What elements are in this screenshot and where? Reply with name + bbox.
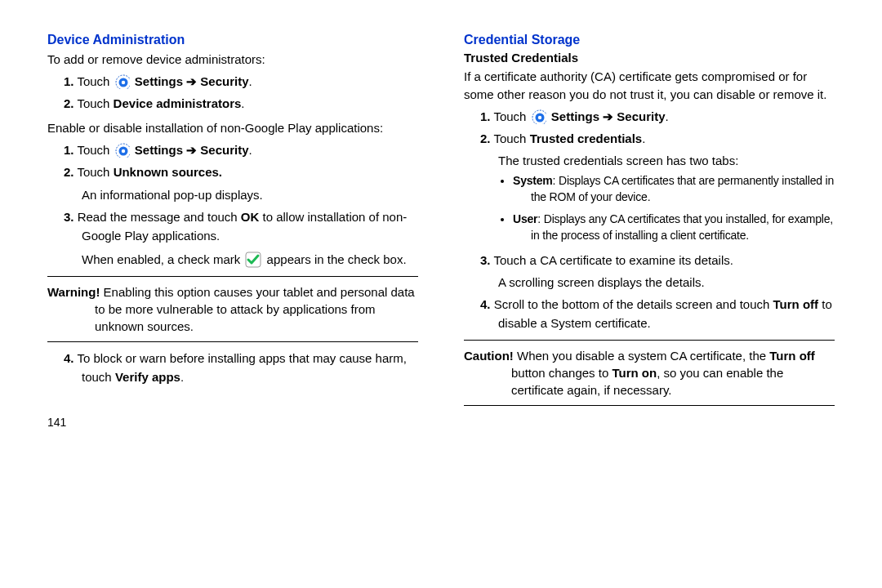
warning-label: Warning!: [47, 285, 100, 299]
intro-text: To add or remove device administrators:: [47, 51, 418, 69]
step-text: Touch: [77, 143, 113, 157]
steps-list-right: 1. Touch Settings ➔ Security. 2. Touch T…: [464, 107, 835, 333]
user-tab-desc: : Displays any CA certificates that you …: [531, 212, 833, 242]
section-heading: Credential Storage: [464, 33, 835, 47]
security-label: Security: [200, 74, 248, 88]
steps-list-a: 1. Touch Settings ➔ Security. 2. Touch D…: [47, 72, 418, 114]
turnoff-label: Turn off: [773, 297, 819, 311]
trusted-cred-label: Trusted credentials: [530, 131, 643, 145]
arrow-icon: ➔: [186, 143, 200, 157]
settings-label: Settings: [135, 143, 183, 157]
left-column: Device Administration To add or remove d…: [24, 33, 441, 572]
gear-icon: [115, 143, 130, 158]
list-item: 2. Touch Unknown sources. An information…: [64, 163, 418, 204]
list-item: User: Displays any CA certificates that …: [513, 212, 835, 243]
step-text: Touch: [77, 74, 113, 88]
step-continuation: When enabled, a check mark appears in th…: [82, 250, 418, 269]
enable-intro: Enable or disable installation of non-Go…: [47, 119, 418, 137]
checkmark-icon: [245, 252, 261, 268]
caution-text: When you disable a system CA certificate…: [514, 349, 769, 363]
user-tab-label: User: [513, 212, 537, 225]
settings-label: Settings: [551, 109, 599, 123]
verify-apps-label: Verify apps: [115, 370, 180, 384]
intro-text: If a certificate authority (CA) certific…: [464, 68, 835, 104]
section-heading: Device Administration: [47, 33, 418, 47]
gear-icon: [115, 74, 130, 89]
list-item: 2. Touch Trusted credentials. The truste…: [480, 129, 835, 244]
step-text: Touch a CA certificate to examine its de…: [493, 253, 733, 267]
list-item: 1. Touch Settings ➔ Security.: [64, 140, 418, 159]
step-continuation: The trusted credentials screen has two t…: [498, 151, 835, 170]
manual-page: Device Administration To add or remove d…: [0, 0, 882, 588]
security-label: Security: [200, 143, 248, 157]
step-text: Touch: [493, 131, 529, 145]
arrow-icon: ➔: [603, 109, 617, 123]
caution-callout: Caution! When you disable a system CA ce…: [464, 347, 835, 399]
turnoff-label: Turn off: [769, 349, 815, 363]
warning-callout: Warning! Enabling this option causes you…: [47, 283, 418, 335]
divider: [47, 276, 418, 277]
list-item: System: Displays CA certificates that ar…: [513, 173, 835, 205]
list-item: 3. Read the message and touch OK to allo…: [64, 207, 418, 270]
ok-label: OK: [241, 210, 260, 224]
security-label: Security: [617, 109, 665, 123]
sub-heading: Trusted Credentials: [464, 51, 835, 65]
step-text: Read the message and touch: [78, 210, 241, 224]
step-continuation: An informational pop-up displays.: [82, 185, 418, 204]
unknown-sources-label: Unknown sources.: [114, 165, 222, 179]
arrow-icon: ➔: [186, 74, 200, 88]
step-text: Touch: [77, 165, 113, 179]
list-item: 4. Scroll to the bottom of the details s…: [480, 295, 835, 333]
turnon-label: Turn on: [612, 366, 657, 380]
list-item: 1. Touch Settings ➔ Security.: [64, 72, 418, 91]
list-item: 2. Touch Device administrators.: [64, 94, 418, 113]
divider: [464, 405, 835, 406]
divider: [464, 340, 835, 341]
divider: [47, 341, 418, 342]
page-number: 141: [47, 416, 418, 429]
list-item: 3. Touch a CA certificate to examine its…: [480, 251, 835, 292]
settings-label: Settings: [135, 74, 183, 88]
step-text: When enabled, a check mark: [82, 252, 243, 266]
step-text: Scroll to the bottom of the details scre…: [494, 297, 773, 311]
warning-body: Enabling this option causes your tablet …: [95, 285, 415, 333]
steps-list-b: 1. Touch Settings ➔ Security. 2. Touch U…: [47, 140, 418, 270]
step-text: appears in the check box.: [263, 252, 406, 266]
tabs-bullet-list: System: Displays CA certificates that ar…: [498, 173, 835, 243]
list-item: 1. Touch Settings ➔ Security.: [480, 107, 835, 126]
step-text: Touch: [493, 109, 529, 123]
steps-list-b-cont: 4. To block or warn before installing ap…: [47, 349, 418, 387]
device-admin-label: Device administrators: [114, 96, 242, 110]
step-continuation: A scrolling screen displays the details.: [498, 273, 835, 292]
gear-icon: [532, 109, 546, 124]
caution-text: button changes to: [511, 366, 612, 380]
system-tab-desc: : Displays CA certificates that are perm…: [531, 174, 834, 203]
right-column: Credential Storage Trusted Credentials I…: [441, 33, 858, 572]
list-item: 4. To block or warn before installing ap…: [64, 349, 418, 387]
caution-label: Caution!: [464, 349, 514, 363]
system-tab-label: System: [513, 174, 553, 187]
